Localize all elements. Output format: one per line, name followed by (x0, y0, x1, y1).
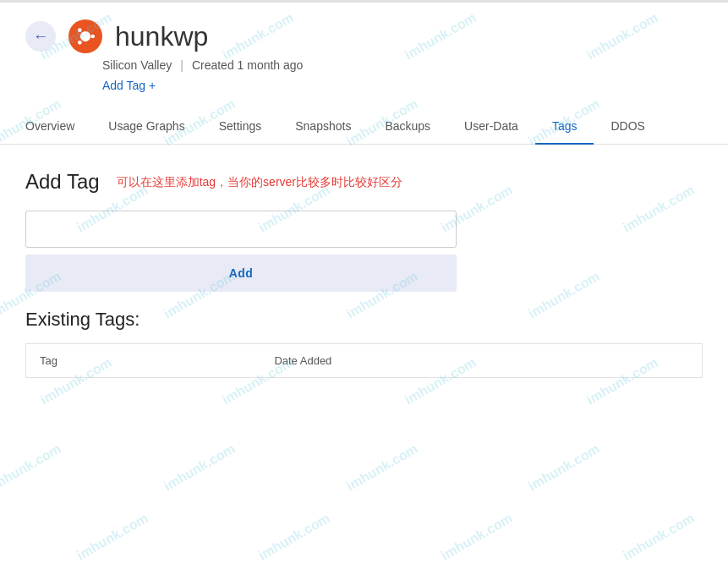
tab-tags[interactable]: Tags (535, 109, 594, 145)
add-tag-button[interactable]: Add (25, 255, 457, 292)
meta-divider: | (180, 58, 183, 72)
tag-input-area: Add (25, 211, 457, 292)
svg-point-4 (78, 28, 82, 32)
ubuntu-icon (68, 19, 102, 53)
svg-point-3 (90, 35, 95, 39)
back-button[interactable]: ← (25, 21, 56, 52)
table-header-row: Tag Date Added (26, 344, 703, 378)
main-content: Add Tag 可以在这里添加tag，当你的server比较多时比较好区分 Ad… (0, 145, 728, 403)
tab-user-data[interactable]: User-Data (447, 109, 535, 145)
header: ← hunkwp Silicon Valley | Created 1 mont… (0, 3, 728, 101)
add-tag-left: Add Tag (25, 170, 100, 194)
server-location: Silicon Valley (102, 58, 172, 72)
tab-snapshots[interactable]: Snapshots (278, 109, 368, 145)
column-date-added: Date Added (260, 344, 702, 378)
server-created: Created 1 month ago (192, 58, 304, 72)
add-tag-title: Add Tag (25, 170, 100, 194)
existing-tags-title: Existing Tags: (25, 309, 703, 331)
header-meta: Silicon Valley | Created 1 month ago (25, 58, 703, 72)
tab-ddos[interactable]: DDOS (594, 109, 661, 145)
tab-usage-graphs[interactable]: Usage Graphs (91, 109, 201, 145)
header-top: ← hunkwp (25, 19, 703, 53)
nav-tabs: Overview Usage Graphs Settings Snapshots… (0, 109, 728, 145)
tag-input[interactable] (25, 211, 457, 248)
server-name: hunkwp (115, 21, 208, 52)
add-tag-header-link[interactable]: Add Tag + (25, 79, 703, 92)
tab-overview[interactable]: Overview (25, 109, 91, 145)
tab-backups[interactable]: Backups (368, 109, 447, 145)
tags-table: Tag Date Added (25, 343, 703, 378)
tab-settings[interactable]: Settings (202, 109, 279, 145)
add-tag-annotation: 可以在这里添加tag，当你的server比较多时比较好区分 (117, 175, 402, 190)
column-tag: Tag (26, 344, 261, 378)
svg-point-5 (78, 41, 82, 45)
table-header: Tag Date Added (26, 344, 703, 378)
add-tag-section: Add Tag 可以在这里添加tag，当你的server比较多时比较好区分 (25, 170, 703, 194)
